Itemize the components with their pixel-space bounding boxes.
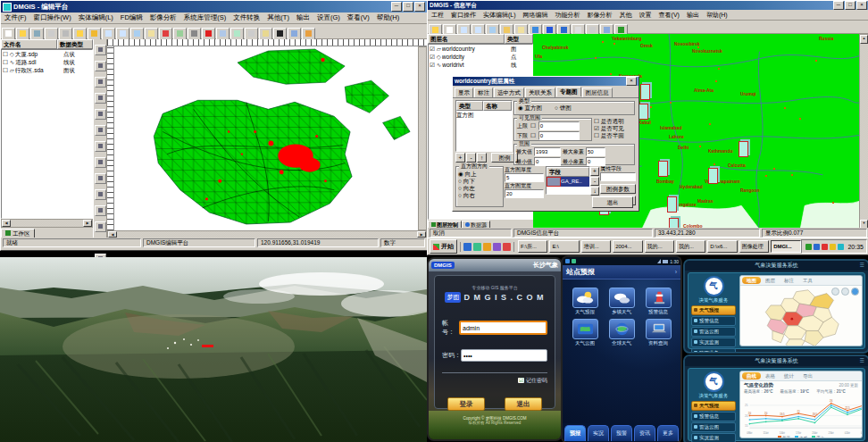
panel-tab-地图[interactable]: 地图 <box>742 277 761 284</box>
radio-right[interactable]: ○ 向右 <box>458 192 501 199</box>
start-button[interactable]: 开始 <box>430 239 457 254</box>
menu-item-9[interactable]: 设置(G) <box>313 13 344 23</box>
dialog-tab-显示[interactable]: 显示 <box>455 88 473 97</box>
upper-input[interactable]: 0 <box>538 121 580 130</box>
grid-tool-icon[interactable] <box>95 141 106 152</box>
printer2-icon[interactable] <box>245 28 258 40</box>
sidebar-item-0[interactable]: 天气预报 <box>691 401 736 411</box>
tile-laptop[interactable]: 资料查询 <box>641 319 675 346</box>
legend-params-button[interactable]: 图例参数 <box>600 184 636 194</box>
nav-tab-预报[interactable]: 预报 <box>564 425 586 441</box>
field-selected[interactable]: GA_RE.. <box>561 177 589 187</box>
menu-item-4[interactable]: 影像分析 <box>146 13 180 23</box>
theme-type-list[interactable]: 类型名称 直方图 <box>455 100 513 152</box>
menu-item-7[interactable]: 设置 <box>636 10 655 21</box>
node-tool-icon[interactable] <box>95 125 106 136</box>
pencil-icon[interactable] <box>302 28 315 40</box>
temperature-trend-chart[interactable]: 15202508时11时14时17时20时23时02时05时202019.521… <box>740 395 863 436</box>
map-vscrollbar[interactable] <box>418 46 427 230</box>
panel-tab-表格[interactable]: 表格 <box>761 372 780 379</box>
panel-tab-统计[interactable]: 统计 <box>780 372 798 379</box>
panel-tab-图层[interactable]: 图层 <box>761 277 780 284</box>
sidebar-item-2[interactable]: 雷达云图 <box>691 422 736 432</box>
taskbar-button-6[interactable]: D:\x6... <box>707 240 737 253</box>
save-icon[interactable] <box>30 28 44 40</box>
tile-clouds[interactable]: 乡镇天气 <box>605 288 638 315</box>
move-tool-icon[interactable] <box>95 173 106 184</box>
close-button[interactable]: × <box>856 1 867 10</box>
dialog-tab-关联关系[interactable]: 关联关系 <box>525 88 555 97</box>
menu-item-7[interactable]: 其他(T) <box>263 13 293 23</box>
column-layertype[interactable]: 类型 <box>505 34 533 44</box>
nav-tab-资讯[interactable]: 资讯 <box>634 425 655 441</box>
editor-titlebar[interactable]: DMGIS - 编辑平台 ─ □ × <box>1 1 427 13</box>
nav-tab-预警[interactable]: 预警 <box>611 425 632 441</box>
sidebar-item-0[interactable]: 天气预报 <box>691 305 736 315</box>
shp-icon[interactable] <box>216 28 230 40</box>
column-filename[interactable]: 文件名 <box>1 39 57 49</box>
dialog-tab-标注[interactable]: 标注 <box>474 88 493 97</box>
max-input[interactable]: 1993 <box>534 147 561 156</box>
upper-checkbox[interactable]: ☐ <box>530 122 536 129</box>
menu-item-10[interactable]: 帮助(H) <box>703 10 731 21</box>
zoom-out-icon[interactable] <box>116 28 129 40</box>
layer-panel-header[interactable]: 图层名 类型 <box>428 34 533 44</box>
sif-icon[interactable] <box>230 28 244 40</box>
sidebar-item-2[interactable]: 雷达云图 <box>691 327 736 337</box>
column-datatype[interactable]: 数据类型 <box>57 39 93 49</box>
menu-item-1[interactable]: 窗口操作 <box>447 10 480 21</box>
menu-item-5[interactable]: 影像分析 <box>584 10 616 21</box>
taskbar-button-7[interactable]: 图像处理 <box>739 240 769 253</box>
text-tool-icon[interactable] <box>95 109 106 120</box>
dialog-tab-选中方式[interactable]: 选中方式 <box>494 88 524 97</box>
map-vscrollbar[interactable]: ▲▼ <box>859 34 868 229</box>
open-icon[interactable] <box>16 28 29 40</box>
radio-up[interactable]: ◉ 向上 <box>458 171 501 178</box>
line-tool-icon[interactable] <box>95 77 106 88</box>
minimize-button[interactable]: ─ <box>391 2 402 12</box>
taskbar-button-3[interactable]: 2004... <box>613 240 642 253</box>
row-checkbox[interactable]: ☑ <box>430 45 435 53</box>
tile-earth-map[interactable]: 天气云图 <box>568 319 602 346</box>
table-row[interactable]: ☐∿道路.sdl线状 <box>2 58 92 66</box>
radio-down[interactable]: ○ 向下 <box>458 178 501 185</box>
sidebar-item-4[interactable]: 防雷业务 <box>691 348 736 354</box>
file-panel-header[interactable]: 文件名 数据类型 <box>1 39 93 49</box>
menu-item-10[interactable]: 查看(V) <box>344 13 373 23</box>
menu-item-2[interactable]: 实体编辑(L) <box>75 13 117 23</box>
dialog-titlebar[interactable]: worldcountry图层属性 × <box>453 77 638 86</box>
new-icon[interactable] <box>2 28 15 40</box>
ruler-icon[interactable] <box>259 28 272 40</box>
panel-tab-标注[interactable]: 标注 <box>780 277 798 284</box>
min-input[interactable]: 0 <box>534 157 561 166</box>
lower-input[interactable]: 0 <box>538 131 580 140</box>
table-row[interactable]: ☑▱worldcountry面 <box>429 45 532 53</box>
menu-item-6[interactable]: 其他 <box>616 10 636 21</box>
menu-item-11[interactable]: 帮助(H) <box>373 13 403 23</box>
lower-checkbox[interactable]: ☐ <box>530 132 536 139</box>
field-add-button[interactable]: + <box>590 167 599 176</box>
menu-item-5[interactable]: 系统库管理(S) <box>180 13 230 23</box>
sidebar-item-3[interactable]: 实况监测 <box>691 433 736 442</box>
dialog-tab-图层信息[interactable]: 图层信息 <box>582 88 613 97</box>
quicklaunch-icon-2[interactable] <box>483 243 491 251</box>
width-input[interactable]: 20 <box>505 189 544 198</box>
table-row[interactable]: ☐◇大厦.sdp点状 <box>2 50 92 58</box>
row-checkbox[interactable]: ☑ <box>430 53 435 61</box>
province-map[interactable] <box>742 287 863 346</box>
file-panel-hscrollbar[interactable]: ◀▶ <box>1 219 93 228</box>
taskbar-button-1[interactable]: E:\ <box>549 240 579 253</box>
taskbar-button-8[interactable]: DMGI... <box>771 240 800 253</box>
panel-tab-导出[interactable]: 导出 <box>798 372 817 379</box>
table-row[interactable]: ☑∿worldrivt线 <box>429 61 532 69</box>
point-tool-icon[interactable] <box>95 61 106 71</box>
close-button[interactable]: × <box>414 2 425 12</box>
menu-item-8[interactable]: 输出 <box>293 13 313 23</box>
menu-item-6[interactable]: 文件转换 <box>230 13 263 23</box>
attribute-input[interactable] <box>600 172 636 181</box>
taskbar-button-2[interactable]: 培训... <box>581 240 611 253</box>
grid-icon[interactable] <box>173 28 187 40</box>
taskbar-button-4[interactable]: 我的... <box>645 240 674 253</box>
exit-button[interactable]: 退出 <box>592 196 633 208</box>
black-square-icon[interactable] <box>273 28 287 40</box>
